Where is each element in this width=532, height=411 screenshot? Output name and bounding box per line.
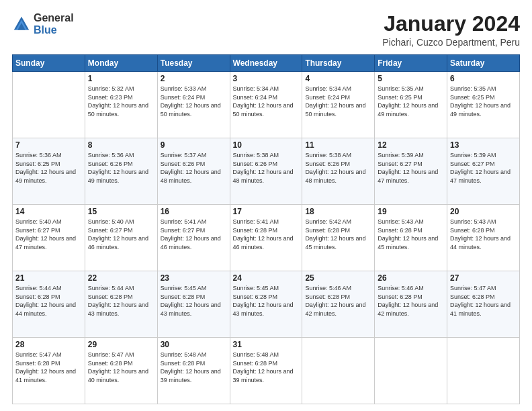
calendar-cell: [13, 72, 85, 138]
day-number: 13: [450, 140, 517, 150]
calendar-cell: 13Sunrise: 5:39 AMSunset: 6:27 PMDayligh…: [447, 138, 520, 205]
day-number: 28: [15, 340, 82, 349]
calendar-cell: 27Sunrise: 5:47 AMSunset: 6:28 PMDayligh…: [447, 271, 520, 338]
header: General Blue January 2024 Pichari, Cuzco…: [12, 12, 520, 48]
day-info: Sunrise: 5:34 AMSunset: 6:24 PMDaylight:…: [233, 85, 300, 118]
day-info: Sunrise: 5:41 AMSunset: 6:27 PMDaylight:…: [161, 218, 227, 251]
day-header-tuesday: Tuesday: [157, 55, 230, 72]
day-header-friday: Friday: [375, 55, 447, 72]
calendar-cell: 14Sunrise: 5:40 AMSunset: 6:27 PMDayligh…: [13, 205, 85, 271]
day-number: 8: [88, 140, 154, 150]
calendar-cell: 23Sunrise: 5:45 AMSunset: 6:28 PMDayligh…: [157, 271, 230, 338]
day-info: Sunrise: 5:45 AMSunset: 6:28 PMDaylight:…: [161, 284, 227, 318]
calendar-header-row: SundayMondayTuesdayWednesdayThursdayFrid…: [13, 55, 520, 72]
calendar-cell: 12Sunrise: 5:39 AMSunset: 6:27 PMDayligh…: [375, 138, 447, 205]
calendar-cell: 15Sunrise: 5:40 AMSunset: 6:27 PMDayligh…: [85, 205, 157, 271]
calendar-cell: 19Sunrise: 5:43 AMSunset: 6:28 PMDayligh…: [375, 205, 447, 271]
calendar-cell: 25Sunrise: 5:46 AMSunset: 6:28 PMDayligh…: [302, 271, 375, 338]
month-title: January 2024: [382, 12, 520, 36]
day-info: Sunrise: 5:36 AMSunset: 6:25 PMDaylight:…: [15, 151, 82, 185]
calendar-cell: 5Sunrise: 5:35 AMSunset: 6:25 PMDaylight…: [375, 72, 447, 138]
day-info: Sunrise: 5:48 AMSunset: 6:28 PMDaylight:…: [233, 351, 300, 384]
calendar-cell: 28Sunrise: 5:47 AMSunset: 6:28 PMDayligh…: [13, 338, 85, 404]
day-info: Sunrise: 5:40 AMSunset: 6:27 PMDaylight:…: [88, 218, 154, 251]
calendar-cell: 20Sunrise: 5:43 AMSunset: 6:28 PMDayligh…: [447, 205, 520, 271]
day-number: 23: [161, 273, 227, 283]
logo-general-label: General: [34, 12, 74, 24]
calendar-cell: 26Sunrise: 5:46 AMSunset: 6:28 PMDayligh…: [375, 271, 447, 338]
calendar-cell: 1Sunrise: 5:32 AMSunset: 6:23 PMDaylight…: [85, 72, 157, 138]
day-number: 30: [161, 340, 227, 349]
calendar-cell: 24Sunrise: 5:45 AMSunset: 6:28 PMDayligh…: [230, 271, 302, 338]
day-number: 12: [378, 140, 444, 150]
calendar-table: SundayMondayTuesdayWednesdayThursdayFrid…: [12, 54, 520, 404]
day-number: 15: [88, 207, 154, 216]
calendar-cell: 6Sunrise: 5:35 AMSunset: 6:25 PMDaylight…: [447, 72, 520, 138]
day-number: 18: [305, 207, 371, 216]
calendar-cell: 18Sunrise: 5:42 AMSunset: 6:28 PMDayligh…: [302, 205, 375, 271]
day-info: Sunrise: 5:39 AMSunset: 6:27 PMDaylight:…: [378, 151, 444, 185]
day-info: Sunrise: 5:44 AMSunset: 6:28 PMDaylight:…: [88, 284, 154, 318]
calendar-week-row: 1Sunrise: 5:32 AMSunset: 6:23 PMDaylight…: [13, 72, 520, 138]
day-info: Sunrise: 5:38 AMSunset: 6:26 PMDaylight:…: [305, 151, 371, 185]
day-number: 17: [233, 207, 300, 216]
day-info: Sunrise: 5:39 AMSunset: 6:27 PMDaylight:…: [450, 151, 517, 185]
day-number: 4: [305, 74, 371, 83]
calendar-cell: 10Sunrise: 5:38 AMSunset: 6:26 PMDayligh…: [230, 138, 302, 205]
day-header-sunday: Sunday: [13, 55, 85, 72]
page: General Blue January 2024 Pichari, Cuzco…: [0, 0, 532, 411]
day-number: 26: [378, 273, 444, 283]
calendar-cell: 17Sunrise: 5:41 AMSunset: 6:28 PMDayligh…: [230, 205, 302, 271]
calendar-week-row: 28Sunrise: 5:47 AMSunset: 6:28 PMDayligh…: [13, 338, 520, 404]
day-number: 11: [305, 140, 371, 150]
day-info: Sunrise: 5:32 AMSunset: 6:23 PMDaylight:…: [88, 85, 154, 118]
day-info: Sunrise: 5:46 AMSunset: 6:28 PMDaylight:…: [305, 284, 371, 318]
calendar-cell: 2Sunrise: 5:33 AMSunset: 6:24 PMDaylight…: [157, 72, 230, 138]
day-number: 14: [15, 207, 82, 216]
calendar-cell: [447, 338, 520, 404]
calendar-cell: [302, 338, 375, 404]
day-number: 2: [161, 74, 227, 83]
day-header-saturday: Saturday: [447, 55, 520, 72]
day-info: Sunrise: 5:42 AMSunset: 6:28 PMDaylight:…: [305, 218, 371, 251]
calendar-cell: 7Sunrise: 5:36 AMSunset: 6:25 PMDaylight…: [13, 138, 85, 205]
day-number: 22: [88, 273, 154, 283]
day-number: 19: [378, 207, 444, 216]
day-header-wednesday: Wednesday: [230, 55, 302, 72]
calendar-cell: 16Sunrise: 5:41 AMSunset: 6:27 PMDayligh…: [157, 205, 230, 271]
calendar-cell: 30Sunrise: 5:48 AMSunset: 6:28 PMDayligh…: [157, 338, 230, 404]
logo-icon: [12, 15, 31, 34]
day-info: Sunrise: 5:40 AMSunset: 6:27 PMDaylight:…: [15, 218, 82, 251]
day-header-monday: Monday: [85, 55, 157, 72]
day-info: Sunrise: 5:47 AMSunset: 6:28 PMDaylight:…: [15, 351, 82, 384]
day-number: 6: [450, 74, 517, 83]
day-number: 7: [15, 140, 82, 150]
day-info: Sunrise: 5:38 AMSunset: 6:26 PMDaylight:…: [233, 151, 300, 185]
logo-text: General Blue: [34, 12, 74, 36]
calendar-week-row: 21Sunrise: 5:44 AMSunset: 6:28 PMDayligh…: [13, 271, 520, 338]
calendar-cell: 22Sunrise: 5:44 AMSunset: 6:28 PMDayligh…: [85, 271, 157, 338]
day-info: Sunrise: 5:43 AMSunset: 6:28 PMDaylight:…: [378, 218, 444, 251]
day-header-thursday: Thursday: [302, 55, 375, 72]
day-info: Sunrise: 5:47 AMSunset: 6:28 PMDaylight:…: [88, 351, 154, 384]
calendar-cell: 4Sunrise: 5:34 AMSunset: 6:24 PMDaylight…: [302, 72, 375, 138]
day-number: 10: [233, 140, 300, 150]
day-number: 9: [161, 140, 227, 150]
day-number: 5: [378, 74, 444, 83]
day-info: Sunrise: 5:44 AMSunset: 6:28 PMDaylight:…: [15, 284, 82, 318]
day-info: Sunrise: 5:36 AMSunset: 6:26 PMDaylight:…: [88, 151, 154, 185]
day-number: 24: [233, 273, 300, 283]
day-number: 1: [88, 74, 154, 83]
day-info: Sunrise: 5:41 AMSunset: 6:28 PMDaylight:…: [233, 218, 300, 251]
calendar-cell: 29Sunrise: 5:47 AMSunset: 6:28 PMDayligh…: [85, 338, 157, 404]
day-info: Sunrise: 5:48 AMSunset: 6:28 PMDaylight:…: [161, 351, 227, 384]
day-number: 27: [450, 273, 517, 283]
day-number: 16: [161, 207, 227, 216]
logo: General Blue: [12, 12, 74, 36]
calendar-cell: 8Sunrise: 5:36 AMSunset: 6:26 PMDaylight…: [85, 138, 157, 205]
day-info: Sunrise: 5:35 AMSunset: 6:25 PMDaylight:…: [450, 85, 517, 118]
day-info: Sunrise: 5:34 AMSunset: 6:24 PMDaylight:…: [305, 85, 371, 118]
title-block: January 2024 Pichari, Cuzco Department, …: [382, 12, 520, 48]
calendar-cell: 21Sunrise: 5:44 AMSunset: 6:28 PMDayligh…: [13, 271, 85, 338]
day-number: 3: [233, 74, 300, 83]
